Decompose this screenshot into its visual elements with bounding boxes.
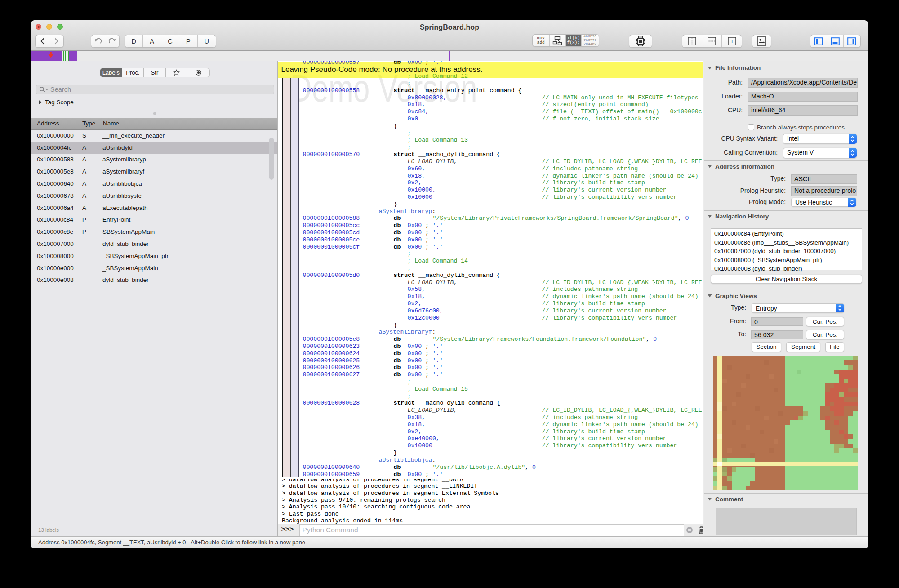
svg-text:1: 1 <box>730 39 733 44</box>
